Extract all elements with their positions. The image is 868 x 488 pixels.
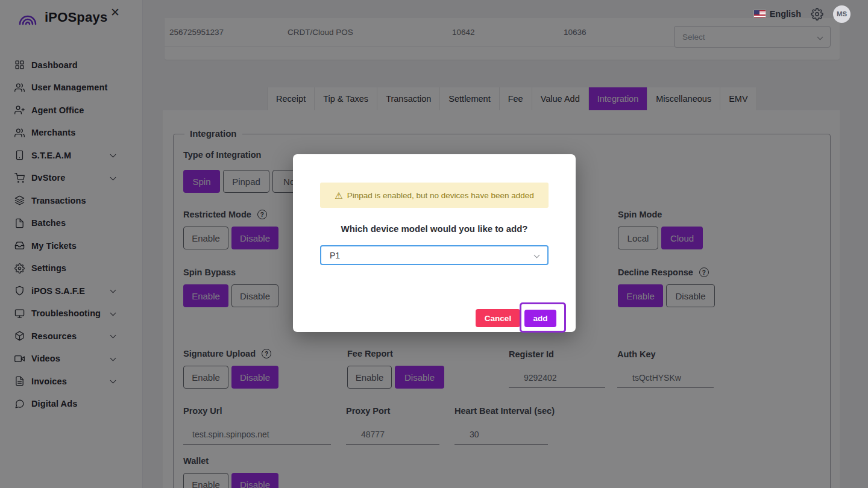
us-flag-icon [754,10,766,17]
modal-question: Which device model would you like to add… [293,224,576,234]
warning-banner: ⚠ Pinpad is enabled, but no devices have… [320,183,549,208]
warning-triangle-icon: ⚠ [335,191,342,200]
add-button[interactable]: add [524,310,556,327]
device-model-select[interactable]: P1 [320,245,549,265]
warning-text: Pinpad is enabled, but no devices have b… [347,191,534,200]
cancel-button[interactable]: Cancel [476,309,520,327]
device-model-value: P1 [330,251,340,260]
chevron-down-icon [534,252,540,258]
gear-icon[interactable] [811,8,823,20]
language-selector[interactable]: English [770,9,801,19]
add-device-modal: ⚠ Pinpad is enabled, but no devices have… [293,154,576,332]
header-actions: English MS [754,5,851,23]
avatar[interactable]: MS [833,5,851,23]
